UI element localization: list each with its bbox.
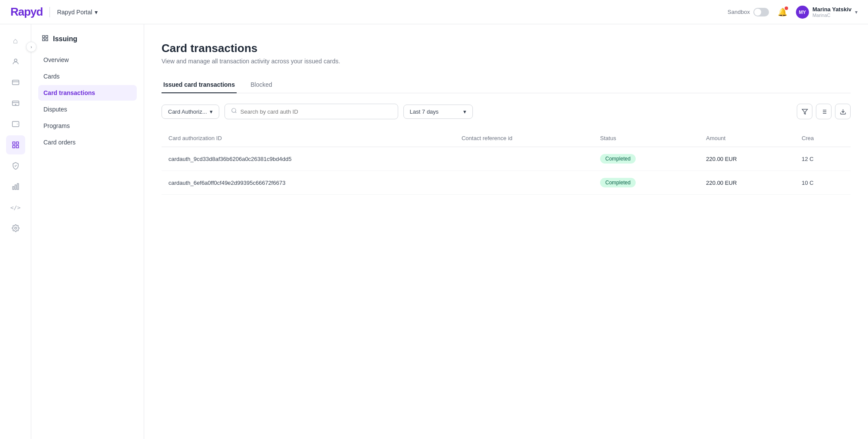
cell-status-2: Completed: [593, 171, 699, 195]
nav-item-disputes[interactable]: Disputes: [38, 102, 137, 117]
col-status: Status: [593, 130, 699, 147]
page-title: Card transactions: [162, 42, 851, 55]
user-handle: MarinaC: [812, 13, 851, 18]
date-filter-dropdown[interactable]: Last 7 days ▾: [403, 105, 473, 119]
search-input-wrap: [224, 104, 398, 119]
cell-created-1: 12 C: [795, 147, 851, 171]
sidebar-icon-person[interactable]: [6, 52, 25, 71]
nav-section: Issuing Overview Cards Card transactions…: [31, 35, 144, 150]
sort-icon-button[interactable]: [816, 104, 832, 119]
svg-rect-11: [16, 146, 18, 148]
transactions-table-wrap: Card authorization ID Contact reference …: [162, 130, 851, 195]
nav-section-title: Issuing: [53, 35, 77, 43]
type-filter-label: Card Authoriz...: [168, 108, 207, 115]
left-nav: Issuing Overview Cards Card transactions…: [31, 24, 144, 439]
table-row[interactable]: cardauth_6ef6a0ff0cf49e2d99395c66672f667…: [162, 171, 851, 195]
table-row[interactable]: cardauth_9cd33d8af36b6206a0c26381c9bd4dd…: [162, 147, 851, 171]
user-menu[interactable]: MY Marina Yatskiv MarinaC ▾: [796, 6, 858, 19]
type-filter-chevron: ▾: [210, 108, 213, 115]
col-created: Crea: [795, 130, 851, 147]
icon-sidebar: ⌂ </>: [0, 24, 31, 439]
header-divider: [50, 7, 50, 17]
sidebar-icon-card[interactable]: [6, 73, 25, 92]
svg-marker-22: [802, 109, 808, 114]
notification-dot: [785, 7, 788, 10]
nav-item-card-orders-label: Card orders: [43, 139, 76, 146]
cell-amount-1: 220.00 EUR: [699, 147, 795, 171]
nav-item-programs-label: Programs: [43, 122, 70, 129]
sandbox-toggle: Sandbox: [728, 8, 769, 16]
nav-item-overview-label: Overview: [43, 56, 69, 63]
table-header-row: Card authorization ID Contact reference …: [162, 130, 851, 147]
cell-created-2: 10 C: [795, 171, 851, 195]
svg-rect-19: [46, 39, 48, 41]
amount-2: 220.00 EUR: [706, 180, 737, 186]
filter-icon-button[interactable]: [797, 104, 812, 119]
svg-rect-9: [16, 142, 18, 144]
sidebar-icon-wallet[interactable]: [6, 115, 25, 134]
nav-header: Issuing: [38, 35, 137, 43]
status-badge-2: Completed: [600, 178, 636, 187]
header: Rapyd Rapyd Portal ▾ Sandbox 🔔 MY Marina…: [0, 0, 868, 24]
portal-selector[interactable]: Rapyd Portal ▾: [57, 9, 98, 16]
cell-contact-ref-1: [455, 147, 593, 171]
sidebar-icon-chart[interactable]: [6, 177, 25, 196]
filter-bar: Card Authoriz... ▾ Last 7 days ▾: [162, 104, 851, 119]
notification-bell[interactable]: 🔔: [778, 7, 787, 17]
nav-item-card-orders[interactable]: Card orders: [38, 134, 137, 150]
sandbox-label: Sandbox: [728, 9, 750, 15]
status-badge-1: Completed: [600, 154, 636, 164]
amount-1: 220.00 EUR: [706, 156, 737, 162]
user-name: Marina Yatskiv: [812, 6, 851, 13]
svg-rect-7: [12, 121, 19, 127]
cell-amount-2: 220.00 EUR: [699, 171, 795, 195]
avatar: MY: [796, 6, 809, 19]
svg-point-15: [14, 227, 17, 229]
svg-rect-13: [15, 185, 16, 190]
sidebar-icon-home[interactable]: ⌂: [6, 31, 25, 50]
filter-actions: [797, 104, 851, 119]
search-input[interactable]: [241, 108, 392, 115]
header-left: Rapyd Rapyd Portal ▾: [10, 5, 98, 19]
transactions-table: Card authorization ID Contact reference …: [162, 130, 851, 195]
search-icon: [231, 108, 237, 115]
sidebar-collapse-button[interactable]: ›: [26, 42, 36, 52]
sidebar-icon-shield[interactable]: [6, 156, 25, 175]
sandbox-switch[interactable]: [753, 8, 769, 16]
cell-contact-ref-2: [455, 171, 593, 195]
svg-rect-16: [43, 36, 45, 38]
cell-status-1: Completed: [593, 147, 699, 171]
header-right: Sandbox 🔔 MY Marina Yatskiv MarinaC ▾: [728, 6, 858, 19]
tab-issued-card-transactions[interactable]: Issued card transactions: [162, 77, 237, 93]
nav-item-programs[interactable]: Programs: [38, 118, 137, 134]
sidebar-icon-code[interactable]: </>: [6, 198, 25, 217]
page-subtitle: View and manage all transaction activity…: [162, 58, 851, 65]
download-icon-button[interactable]: [835, 104, 851, 119]
nav-section-icon: [42, 35, 49, 43]
cell-auth-id-2: cardauth_6ef6a0ff0cf49e2d99395c66672f667…: [162, 171, 455, 195]
svg-rect-10: [13, 146, 15, 148]
user-details: Marina Yatskiv MarinaC: [812, 6, 851, 18]
svg-rect-14: [17, 183, 18, 190]
svg-rect-18: [43, 39, 45, 41]
nav-item-overview[interactable]: Overview: [38, 52, 137, 68]
logo: Rapyd: [10, 5, 43, 19]
type-filter-dropdown[interactable]: Card Authoriz... ▾: [162, 105, 219, 119]
tabs: Issued card transactions Blocked: [162, 77, 851, 93]
svg-point-20: [231, 108, 235, 112]
nav-item-cards[interactable]: Cards: [38, 69, 137, 84]
sidebar-icon-add-card[interactable]: [6, 94, 25, 113]
sidebar-icon-issuing[interactable]: [6, 135, 25, 154]
col-amount: Amount: [699, 130, 795, 147]
nav-item-disputes-label: Disputes: [43, 106, 67, 113]
sidebar-icon-settings[interactable]: [6, 219, 25, 238]
svg-point-0: [14, 59, 17, 62]
svg-rect-17: [46, 36, 48, 38]
nav-item-cards-label: Cards: [43, 73, 59, 80]
date-filter-label: Last 7 days: [410, 108, 439, 115]
main-content: Card transactions View and manage all tr…: [144, 24, 868, 439]
svg-rect-8: [13, 142, 15, 144]
tab-blocked[interactable]: Blocked: [249, 77, 274, 93]
nav-item-card-transactions[interactable]: Card transactions: [38, 85, 137, 101]
date-filter-chevron: ▾: [463, 108, 466, 115]
